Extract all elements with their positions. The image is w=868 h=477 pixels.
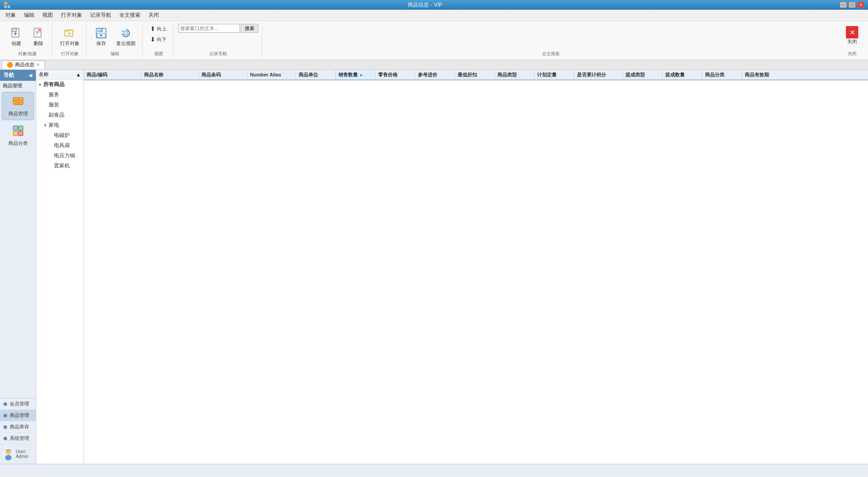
cat-item-pressure-cooker[interactable]: 电压力锅 [36, 151, 83, 161]
reset-view-label: 复位视图 [116, 40, 136, 47]
menu-close[interactable]: 关闭 [145, 11, 163, 20]
col-sales-qty[interactable]: 销售数量 ▲ [336, 70, 375, 80]
ribbon-group-fulltext: 全文搜索 [263, 23, 838, 58]
col-goods-barcode[interactable]: 商品条码 [199, 70, 247, 80]
menu-nav[interactable]: 记录导航 [87, 11, 115, 20]
svg-point-18 [100, 34, 102, 37]
cat-label-home-appliance: 家电 [49, 121, 59, 129]
svg-rect-29 [19, 131, 23, 136]
cat-toggle-home[interactable]: ▼ [43, 123, 48, 128]
down-label: 向下 [157, 36, 167, 43]
cat-item-electric-fan[interactable]: 电风扇 [36, 140, 83, 151]
up-button[interactable]: ⬆ 向上 [147, 24, 170, 34]
col-integral-score-label: 是否累计积分 [577, 72, 606, 78]
cat-label-electric-fan: 电风扇 [54, 142, 70, 149]
search-button[interactable]: 搜索 [241, 24, 258, 33]
goods-category-icon [12, 125, 24, 139]
menu-open-object[interactable]: 打开对象 [57, 11, 86, 20]
col-integral-score[interactable]: 是否累计积分 [574, 70, 623, 80]
bottom-nav-goods[interactable]: 商品管理 [0, 410, 36, 421]
svg-point-33 [7, 451, 8, 452]
save-icon [94, 26, 108, 40]
member-nav-dot [4, 402, 7, 406]
ribbon: 创建 删除 [0, 21, 868, 60]
col-ref-price[interactable]: 参考进价 [415, 70, 455, 80]
cat-item-service[interactable]: 服务 [36, 90, 83, 100]
menu-edit[interactable]: 编辑 [20, 11, 38, 20]
ribbon-group-open: 打开对象 打开对象 [53, 23, 87, 58]
menu-view[interactable]: 视图 [39, 11, 57, 20]
title-bar-text: 商品信息 - VIP [408, 1, 442, 9]
menu-object[interactable]: 对象 [2, 11, 19, 20]
svg-rect-3 [12, 28, 16, 31]
col-number-alias[interactable]: Number Alias [247, 70, 296, 80]
open-object-label: 打开对象 [60, 40, 80, 47]
cat-label-computer: 置家机 [54, 162, 70, 170]
nav-toggle-button[interactable]: ◀ [29, 73, 32, 78]
bottom-nav-member[interactable]: 会员管理 [0, 398, 36, 410]
tab-goods-info[interactable]: 🟠 商品信息 ✕ [2, 61, 45, 69]
col-goods-validity[interactable]: 商品有效期 [742, 70, 782, 80]
save-button[interactable]: 保存 [91, 24, 111, 49]
col-goods-unit-label: 商品单位 [299, 72, 318, 78]
tab-close-button[interactable]: ✕ [36, 62, 40, 67]
menu-fulltext-search[interactable]: 全文搜索 [116, 11, 144, 20]
col-plan-qty[interactable]: 计划定量 [534, 70, 574, 80]
restore-button[interactable]: □ [849, 2, 856, 8]
category-header: 名称 ▲ [36, 70, 83, 80]
delete-button[interactable]: 删除 [28, 24, 49, 49]
ribbon-group-close-label: 关闭 [848, 50, 857, 57]
col-goods-category-col[interactable]: 商品分类 [702, 70, 742, 80]
goods-management-icon [12, 95, 24, 110]
col-goods-name[interactable]: 商品名称 [141, 70, 199, 80]
col-integral-qty[interactable]: 提成数量 [663, 70, 702, 80]
open-object-button[interactable]: 打开对象 [57, 24, 83, 49]
title-bar-buttons: ─ □ ✕ [840, 2, 864, 8]
delete-icon [31, 26, 45, 40]
goods-category-label: 商品分类 [8, 140, 28, 147]
ribbon-group-create: 创建 删除 [3, 23, 53, 58]
col-goods-unit[interactable]: 商品单位 [296, 70, 336, 80]
reset-view-button[interactable]: 复位视图 [113, 24, 139, 49]
data-grid-container: 商品/编码 商品名称 商品条码 Number Alias 商品单位 销售数量 ▲… [84, 70, 868, 464]
col-goods-code[interactable]: 商品/编码 [84, 70, 141, 80]
cat-item-food[interactable]: 副食品 [36, 110, 83, 120]
col-min-price[interactable]: 最低折扣 [455, 70, 495, 80]
nav-section-label: 商品管理 [3, 83, 22, 88]
cat-item-all-goods[interactable]: ▼ 所有商品 [36, 80, 83, 90]
col-goods-name-label: 商品名称 [144, 72, 163, 78]
window-close-button[interactable]: ✕ [857, 2, 864, 8]
user-name-label: User: Admin [16, 449, 33, 459]
cat-item-microwave[interactable]: 电磁炉 [36, 130, 83, 140]
cat-toggle-all[interactable]: ▼ [38, 83, 42, 87]
search-input[interactable] [178, 24, 240, 33]
ribbon-group-create-label: 对象/创建 [18, 50, 37, 57]
create-icon [9, 26, 23, 40]
cat-item-home-appliance[interactable]: ▼ 家电 [36, 120, 83, 130]
down-button[interactable]: ⬇ 向下 [147, 34, 170, 44]
col-min-price-label: 最低折扣 [458, 72, 477, 78]
nav-header-label: 导航 [4, 72, 14, 79]
grid-body [84, 80, 868, 464]
cat-label-pressure-cooker: 电压力锅 [54, 152, 75, 159]
col-form-type[interactable]: 提成类型 [623, 70, 663, 80]
nav-item-goods-management[interactable]: 商品管理 [2, 92, 34, 120]
col-goods-code-label: 商品/编码 [87, 72, 107, 78]
bottom-nav-warehouse[interactable]: 商品库存 [0, 421, 36, 433]
svg-rect-26 [13, 126, 18, 130]
bottom-nav-system[interactable]: 系统管理 [0, 433, 36, 444]
member-nav-label: 会员管理 [10, 401, 29, 407]
col-goods-barcode-label: 商品条码 [201, 72, 221, 78]
goods-management-label: 商品管理 [8, 110, 28, 117]
goods-nav-dot [4, 414, 7, 417]
nav-item-goods-category[interactable]: 商品分类 [2, 122, 34, 149]
cat-item-computer[interactable]: 置家机 [36, 161, 83, 171]
close-ribbon-button[interactable]: ✕ 关闭 [842, 24, 862, 47]
ribbon-group-edit-label: 编辑 [110, 50, 119, 57]
col-goods-type[interactable]: 商品类型 [495, 70, 534, 80]
create-button[interactable]: 创建 [6, 24, 27, 49]
col-goods-category-label: 商品分类 [705, 72, 724, 78]
minimize-button[interactable]: ─ [840, 2, 847, 8]
col-retail-price[interactable]: 零售价格 [375, 70, 415, 80]
cat-item-clothes[interactable]: 服装 [36, 100, 83, 110]
